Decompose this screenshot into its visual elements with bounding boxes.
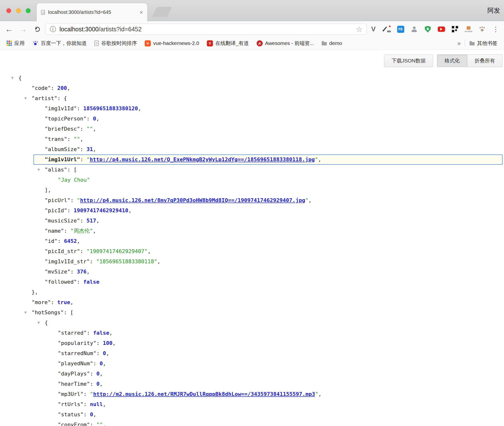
json-token: "周杰伦"	[70, 228, 93, 234]
json-line: ▼"artist": {	[0, 93, 504, 103]
collapse-all-button[interactable]: 折叠所有	[467, 54, 503, 67]
json-token: 200	[57, 85, 67, 91]
bookmark-apps[interactable]: 应用	[3, 38, 28, 48]
download-json-button[interactable]: 下载JSON数据	[384, 54, 433, 67]
json-token: ,	[138, 105, 141, 111]
bookmark-google-sort[interactable]: 谷歌按时间排序	[91, 38, 140, 48]
json-token: "name"	[45, 228, 64, 234]
collapse-triangle-icon[interactable]: ▼	[24, 93, 27, 103]
page-info-icon[interactable]: ⓘ	[50, 25, 56, 34]
browser-tab[interactable]: localhost:3000/artists?id=645 ×	[36, 3, 148, 21]
json-token: ""	[96, 422, 103, 426]
url-input[interactable]: localhost:3000/artists?id=6452	[59, 26, 353, 33]
browser-menu-icon[interactable]: ⋮	[492, 25, 500, 33]
navigation-bar: ← → ⓘ localhost:3000/artists?id=6452 ☆ V…	[0, 21, 504, 37]
collapse-triangle-icon[interactable]: ▼	[37, 165, 40, 175]
reload-button[interactable]	[32, 24, 43, 35]
json-line: "more": true,	[0, 297, 504, 307]
paw-extension-icon[interactable]	[478, 25, 486, 33]
json-token: :	[87, 330, 93, 336]
json-line: "hearTime": 0,	[0, 379, 504, 389]
bookmark-star-icon[interactable]: ☆	[356, 25, 362, 34]
json-token: ,	[157, 258, 160, 264]
fe-extension-icon[interactable]: FE	[397, 25, 404, 33]
json-link[interactable]: http://p4.music.126.net/Q_ExePNkmgB2yWyL…	[90, 156, 315, 162]
tab-close-icon[interactable]: ×	[140, 9, 143, 15]
json-line: "trans": "",	[0, 134, 504, 144]
json-token: :	[58, 238, 64, 244]
json-token: "picId"	[45, 207, 67, 213]
new-tab-button[interactable]	[152, 7, 172, 17]
json-link[interactable]: http://p4.music.126.net/8mv7qP30Pd3oHW8b…	[80, 197, 305, 203]
qrcode-extension-icon[interactable]	[451, 25, 459, 33]
address-bar[interactable]: ⓘ localhost:3000/artists?id=6452 ☆	[46, 24, 367, 35]
json-token: 0	[96, 381, 100, 387]
json-token: :	[84, 391, 90, 397]
back-button[interactable]: ←	[3, 24, 15, 35]
json-line: "img1v1Url": "http://p4.music.126.net/Q_…	[0, 154, 504, 165]
json-token: ,	[93, 411, 96, 417]
minimize-window-button[interactable]	[16, 8, 21, 13]
profile-name[interactable]: 阿发	[487, 6, 500, 15]
json-line: "starred": false,	[0, 328, 504, 338]
bookmark-youdao-translate[interactable]: Y 在线翻译_有道	[204, 38, 252, 48]
json-line: "id": 6452,	[0, 236, 504, 246]
qr-icon	[452, 26, 458, 32]
json-token: :	[96, 340, 103, 346]
shield-extension-icon[interactable]	[424, 25, 432, 33]
json-token: ,	[70, 299, 73, 305]
json-token: ,	[106, 350, 109, 356]
json-token: "rtUrls"	[58, 401, 84, 407]
collapse-triangle-icon[interactable]: ▼	[37, 318, 40, 328]
json-token: :	[80, 146, 87, 152]
tab-strip: localhost:3000/artists?id=645 × 阿发	[0, 0, 504, 21]
bookmark-awesomes[interactable]: A Awesomes - 前端资...	[253, 38, 317, 48]
json-token: "dayPlays"	[58, 371, 90, 377]
json-token: 100	[103, 340, 112, 346]
json-line: ▼{	[0, 73, 504, 83]
json-token: 0	[93, 116, 96, 122]
json-token: "	[315, 156, 318, 162]
bookmark-demo-folder[interactable]: demo	[319, 38, 345, 48]
close-window-button[interactable]	[6, 8, 11, 13]
json-token: "musicSize"	[45, 218, 80, 224]
bookmark-baidu[interactable]: 百度一下，你就知道	[29, 38, 90, 48]
youdao-icon: Y	[207, 40, 213, 46]
json-token: "img1v1Id_str"	[45, 258, 90, 264]
format-button[interactable]: 格式化	[437, 54, 467, 67]
youtube-extension-icon[interactable]	[437, 25, 445, 33]
translate-extension-icon[interactable]: en	[383, 25, 391, 33]
json-token: :	[90, 381, 96, 387]
json-token: ,	[109, 330, 112, 336]
json-token: ,	[103, 422, 106, 426]
url-host: localhost:3000	[59, 26, 99, 33]
other-bookmarks-folder[interactable]: 其他书签	[466, 38, 501, 48]
json-token: ,	[80, 136, 83, 142]
json-token: :	[80, 218, 87, 224]
json-token: "starredNum"	[58, 350, 96, 356]
json-token: {	[64, 95, 67, 101]
json-token: ,	[86, 269, 90, 275]
fullscreen-window-button[interactable]	[26, 8, 31, 13]
player-icon	[467, 26, 470, 30]
bookmark-vue-hackernews[interactable]: V vue-hackernews-2.0	[142, 38, 202, 48]
json-token: "hotSongs"	[32, 309, 64, 315]
player-extension-icon[interactable]: PLAYER	[465, 25, 472, 33]
person-extension-icon[interactable]	[410, 25, 418, 33]
json-link[interactable]: http://m2.music.126.net/RMJR7wDullRqppBk…	[93, 391, 315, 397]
json-line: "topicPerson": 0,	[0, 114, 504, 124]
json-line: ▼"hotSongs": [	[0, 307, 504, 318]
bookmarks-overflow-chevron[interactable]: »	[455, 40, 463, 47]
json-token: :	[77, 105, 83, 111]
json-token: 0	[90, 411, 93, 417]
json-line: "mvSize": 376,	[0, 267, 504, 277]
vimium-extension-icon[interactable]: V	[370, 25, 377, 33]
json-token: :	[70, 197, 77, 203]
collapse-triangle-icon[interactable]: ▼	[11, 73, 14, 83]
json-line: "status": 0,	[0, 409, 504, 420]
json-token: ,	[100, 381, 103, 387]
json-token: :	[51, 299, 57, 305]
format-toggle-group: 格式化 折叠所有	[437, 54, 503, 67]
shield-icon	[425, 26, 431, 33]
collapse-triangle-icon[interactable]: ▼	[24, 307, 27, 318]
